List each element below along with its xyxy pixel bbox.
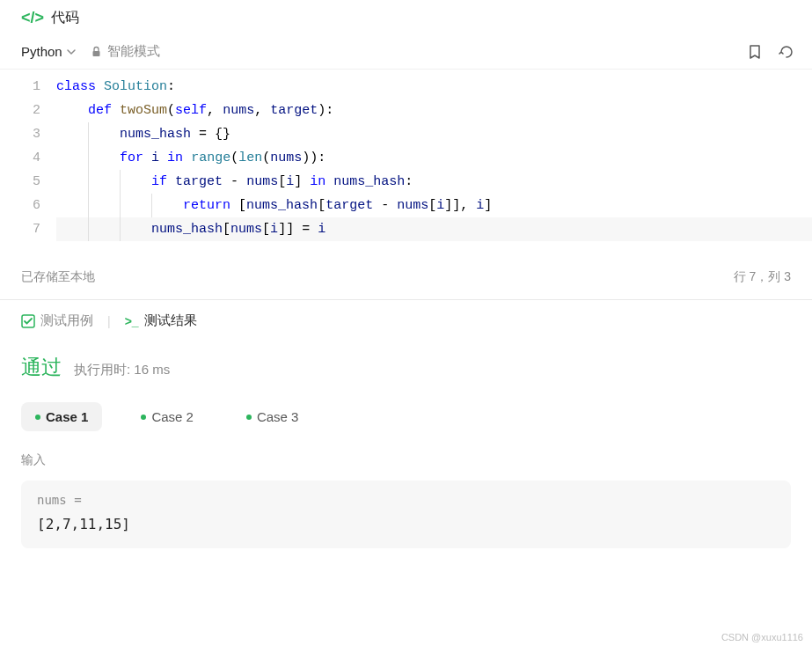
code-line: nums_hash[nums[i]] = i bbox=[56, 217, 812, 241]
code-line: def twoSum(self, nums, target): bbox=[56, 99, 812, 122]
line-number: 3 bbox=[0, 122, 40, 146]
code-line: nums_hash = {} bbox=[56, 122, 812, 146]
check-icon bbox=[21, 314, 35, 328]
cursor-position: 行 7，列 3 bbox=[734, 269, 791, 285]
case-label: Case 1 bbox=[46, 409, 88, 424]
code-icon: </> bbox=[21, 9, 44, 27]
tab-label: 测试结果 bbox=[144, 312, 197, 329]
code-editor[interactable]: 1 2 3 4 5 6 7 class Solution: def twoSum… bbox=[0, 70, 812, 250]
case-tab-1[interactable]: Case 1 bbox=[21, 402, 102, 431]
code-line: class Solution: bbox=[56, 75, 812, 99]
input-label: 输入 bbox=[21, 452, 791, 468]
code-line: for i in range(len(nums)): bbox=[56, 146, 812, 170]
pass-dot-icon bbox=[141, 415, 146, 420]
reset-icon[interactable] bbox=[779, 44, 794, 60]
mode-indicator: 智能模式 bbox=[91, 43, 160, 60]
case-label: Case 2 bbox=[151, 409, 194, 424]
line-gutter: 1 2 3 4 5 6 7 bbox=[0, 75, 56, 241]
input-var-value: [2,7,11,15] bbox=[37, 516, 775, 532]
runtime-text: 执行用时: 16 ms bbox=[74, 362, 170, 378]
pass-dot-icon bbox=[246, 415, 252, 420]
code-content[interactable]: class Solution: def twoSum(self, nums, t… bbox=[56, 75, 812, 241]
bookmark-icon[interactable] bbox=[747, 44, 763, 60]
pass-dot-icon bbox=[35, 415, 40, 420]
case-tab-3[interactable]: Case 3 bbox=[232, 402, 313, 431]
save-status: 已存储至本地 bbox=[21, 269, 95, 285]
lock-icon bbox=[91, 46, 102, 57]
chevron-down-icon bbox=[66, 47, 77, 57]
language-selector[interactable]: Python bbox=[21, 44, 77, 59]
line-number: 2 bbox=[0, 99, 40, 122]
line-number: 1 bbox=[0, 75, 40, 99]
header-title: 代码 bbox=[51, 9, 79, 27]
tab-label: 测试用例 bbox=[40, 312, 93, 329]
tab-test-cases[interactable]: 测试用例 bbox=[21, 312, 93, 329]
verdict-status: 通过 bbox=[21, 354, 62, 381]
mode-label: 智能模式 bbox=[107, 43, 160, 60]
code-line: return [nums_hash[target - nums[i]], i] bbox=[56, 194, 812, 217]
case-tab-2[interactable]: Case 2 bbox=[127, 402, 208, 431]
line-number: 5 bbox=[0, 170, 40, 194]
case-label: Case 3 bbox=[257, 409, 299, 424]
line-number: 7 bbox=[0, 217, 40, 241]
tab-separator: | bbox=[107, 314, 111, 328]
input-box: nums = [2,7,11,15] bbox=[21, 481, 791, 548]
language-label: Python bbox=[21, 44, 62, 59]
input-var-name: nums = bbox=[37, 493, 775, 507]
code-line: if target - nums[i] in nums_hash: bbox=[56, 170, 812, 194]
line-number: 4 bbox=[0, 146, 40, 170]
prompt-icon: >_ bbox=[125, 314, 139, 328]
tab-test-results[interactable]: >_ 测试结果 bbox=[125, 312, 197, 329]
line-number: 6 bbox=[0, 194, 40, 217]
svg-rect-0 bbox=[92, 51, 99, 56]
